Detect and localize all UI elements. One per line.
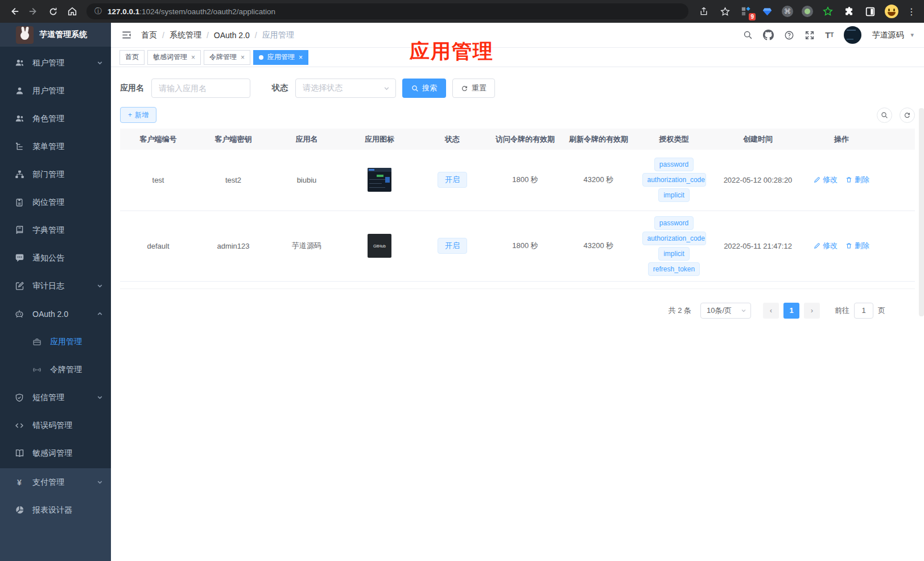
next-page-button[interactable]: › [804,303,820,319]
edit-note-icon [14,281,24,291]
sidebar-item-oauth2-application[interactable]: 应用管理 [0,328,111,356]
site-info-icon[interactable]: ⓘ [94,6,102,16]
bookmark-button[interactable] [719,3,731,20]
sidebar-item-label: 报表设计器 [32,505,72,515]
sidebar-item-sensitive-word[interactable]: 敏感词管理 [0,439,111,467]
delete-button[interactable]: 删除 [845,175,869,185]
tab-label: 敏感词管理 [153,52,187,62]
app-name-input[interactable] [151,79,250,98]
letter-t-small: T [830,32,834,38]
tab-sensitive-word[interactable]: 敏感词管理 × [147,50,201,65]
sidebar-item-dept[interactable]: 部门管理 [0,160,111,188]
scrollbar[interactable] [919,108,924,316]
font-size-button[interactable]: TT [825,30,834,40]
header-search-button[interactable] [743,30,753,40]
sidebar-item-error-code[interactable]: 错误码管理 [0,411,111,439]
delete-label: 删除 [855,241,869,251]
green-star-icon [823,6,833,16]
sidebar-item-sms[interactable]: 短信管理 [0,383,111,411]
tab-application-active[interactable]: 应用管理 × [253,50,308,65]
split-screen-button[interactable] [864,5,876,18]
help-button[interactable] [784,30,794,40]
cell-grant-types: password authorization_code implicit [636,150,712,211]
user-menu-caret-icon[interactable]: ▾ [910,31,914,39]
refresh-table-button[interactable] [900,108,915,123]
sidebar-item-label: 支付管理 [32,477,64,488]
edit-label: 修改 [823,241,838,251]
sidebar-item-oauth2-token[interactable]: 令牌管理 [0,356,111,383]
sidebar-item-user[interactable]: 用户管理 [0,77,111,105]
select-chevron-icon [383,85,390,92]
browser-forward-button[interactable] [25,3,42,20]
sidebar-item-audit-log[interactable]: 审计日志 [0,272,111,300]
briefcase-icon [32,337,42,347]
sidebar-item-role[interactable]: 角色管理 [0,105,111,133]
sidebar-item-report-designer[interactable]: 报表设计器 [0,496,111,524]
question-circle-icon [784,30,794,40]
extension-recorder-icon[interactable] [802,6,813,17]
app-thumbnail-image [368,168,391,192]
breadcrumb-home[interactable]: 首页 [141,30,157,40]
url-text: 127.0.0.1:1024/system/oauth2/oauth2/appl… [108,7,275,16]
sidebar-item-post[interactable]: 岗位管理 [0,188,111,216]
breadcrumb: 首页 / 系统管理 / OAuth 2.0 / 应用管理 [141,30,294,40]
browser-back-button[interactable] [6,3,23,20]
sidebar-item-pay[interactable]: ¥ 支付管理 [0,468,111,496]
browser-menu-button[interactable]: ⋮ [907,6,916,17]
fullscreen-button[interactable] [805,30,815,40]
sidebar-item-tenant[interactable]: 租户管理 [0,49,111,77]
breadcrumb-system[interactable]: 系统管理 [170,30,201,40]
navbar-actions: TT 芋道源码 ▾ [743,26,914,44]
prev-page-button[interactable]: ‹ [763,303,779,319]
extension-blocks-icon[interactable]: 9 [740,5,752,18]
search-button[interactable]: 搜索 [402,79,446,98]
plus-icon: + [128,111,132,119]
github-link-button[interactable] [763,30,774,40]
grant-tag: password [654,158,694,171]
edit-label: 修改 [823,175,838,185]
split-square-icon [865,7,875,16]
add-button[interactable]: + 新增 [120,107,156,123]
red-annotation: 应用管理 [410,38,494,65]
extensions-puzzle-button[interactable] [843,5,855,18]
page-number-current[interactable]: 1 [783,303,799,319]
col-status: 状态 [416,129,489,150]
sidebar-item-dict[interactable]: 字典管理 [0,216,111,244]
address-bar[interactable]: ⓘ 127.0.0.1:1024/system/oauth2/oauth2/ap… [86,3,688,19]
col-access-ttl: 访问令牌的有效期 [489,129,562,150]
select-chevron-icon [741,308,746,314]
share-button[interactable] [698,3,710,20]
status-select[interactable]: 请选择状态 [295,79,396,98]
tab-home[interactable]: 首页 [119,50,145,65]
goto-page-input[interactable] [854,303,873,319]
tab-close-icon[interactable]: × [299,54,303,61]
logo[interactable]: 芋道管理系统 [0,23,111,47]
toggle-search-button[interactable] [877,108,892,123]
browser-reload-button[interactable] [44,3,61,20]
browser-toolbar-right: 9 ⌘ ⋮ [695,3,918,20]
breadcrumb-current: 应用管理 [262,30,294,40]
extension-gem-icon[interactable] [761,5,773,18]
cell-refresh-ttl: 43200 秒 [562,150,636,211]
tab-close-icon[interactable]: × [191,54,195,61]
sidebar-item-oauth2[interactable]: OAuth 2.0 [0,300,111,328]
sidebar-item-notice[interactable]: 通知公告 [0,244,111,272]
breadcrumb-oauth2[interactable]: OAuth 2.0 [214,31,250,40]
collapse-sidebar-button[interactable] [121,30,132,40]
reset-button[interactable]: 重置 [452,79,495,98]
search-icon [881,112,888,119]
extension-command-icon[interactable]: ⌘ [782,6,793,17]
page-size-select[interactable]: 10条/页 [700,303,751,319]
tab-close-icon[interactable]: × [241,54,245,61]
tab-token[interactable]: 令牌管理 × [204,50,250,65]
delete-button[interactable]: 删除 [845,241,869,251]
user-avatar[interactable] [844,26,861,44]
edit-button[interactable]: 修改 [814,241,838,251]
grant-tag: implicit [658,188,690,202]
extension-star-icon[interactable] [822,5,834,18]
page-content: 应用名 状态 请选择状态 搜索 重置 + [111,79,924,319]
browser-profile-avatar[interactable] [885,5,898,18]
browser-home-button[interactable] [64,3,81,20]
sidebar-item-menu[interactable]: 菜单管理 [0,133,111,160]
edit-button[interactable]: 修改 [814,175,838,185]
